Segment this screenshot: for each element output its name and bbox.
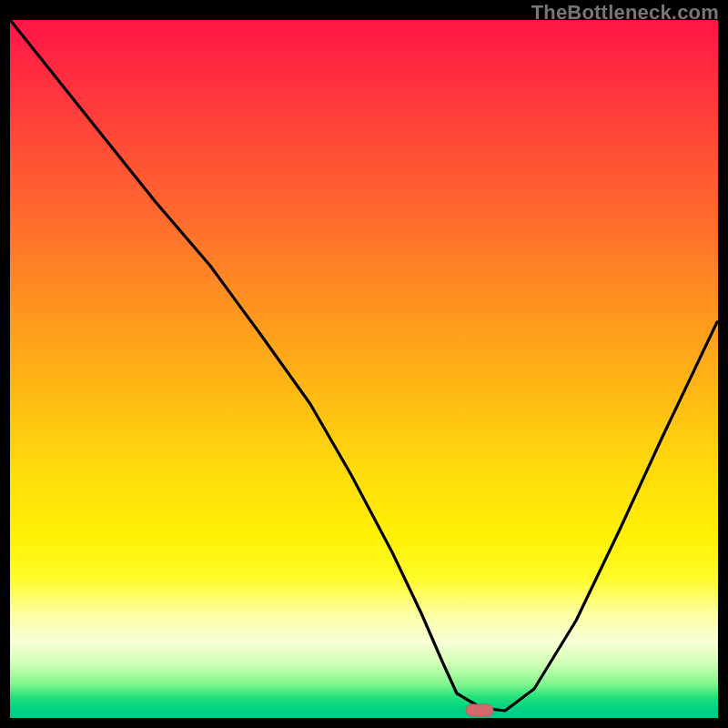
bottleneck-curve	[11, 21, 717, 711]
curve-layer	[10, 20, 718, 718]
chart-frame: TheBottleneck.com	[0, 0, 728, 728]
plot-area	[10, 20, 718, 718]
optimal-marker	[466, 704, 493, 716]
